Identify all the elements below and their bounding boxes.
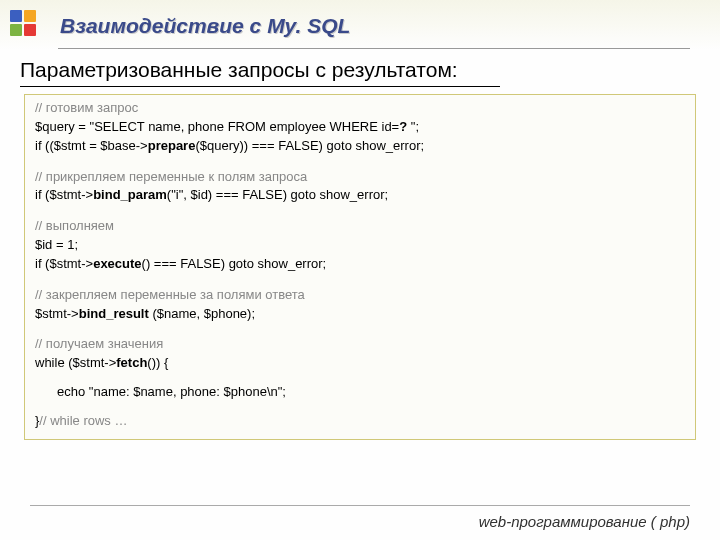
code-line: if ($stmt->execute() === FALSE) goto sho… — [35, 255, 685, 274]
code-section-bind-result: // закрепляем переменные за полями ответ… — [35, 286, 685, 324]
svg-rect-2 — [10, 24, 22, 36]
code-line: echo "name: $name, phone: $phone\n"; — [35, 383, 685, 402]
code-section-fetch: // получаем значения while ($stmt->fetch… — [35, 335, 685, 430]
footer-divider — [30, 505, 690, 506]
code-line: if (($stmt = $base->prepare($query)) ===… — [35, 137, 685, 156]
code-comment: // получаем значения — [35, 336, 163, 351]
code-line: if ($stmt->bind_param("i", $id) === FALS… — [35, 186, 685, 205]
logo-icon — [8, 6, 50, 42]
code-line: $id = 1; — [35, 236, 685, 255]
code-comment: // while rows … — [39, 413, 127, 428]
code-section-prepare: // готовим запрос $query = "SELECT name,… — [35, 99, 685, 156]
footer-text: web-программирование ( php) — [479, 513, 690, 530]
svg-rect-3 — [24, 24, 36, 36]
code-line: }// while rows … — [35, 412, 685, 431]
code-section-bind-param: // прикрепляем переменные к полям запрос… — [35, 168, 685, 206]
code-line: while ($stmt->fetch()) { — [35, 354, 685, 373]
title-divider — [58, 48, 690, 49]
code-block: // готовим запрос $query = "SELECT name,… — [24, 94, 696, 440]
svg-rect-1 — [24, 10, 36, 22]
code-comment: // выполняем — [35, 218, 114, 233]
code-comment: // готовим запрос — [35, 100, 138, 115]
code-line: $stmt->bind_result ($name, $phone); — [35, 305, 685, 324]
code-section-execute: // выполняем $id = 1; if ($stmt->execute… — [35, 217, 685, 274]
subtitle-underline — [20, 86, 500, 87]
svg-rect-0 — [10, 10, 22, 22]
subtitle: Параметризованные запросы с результатом: — [20, 58, 458, 82]
code-comment: // прикрепляем переменные к полям запрос… — [35, 169, 307, 184]
code-comment: // закрепляем переменные за полями ответ… — [35, 287, 305, 302]
page-title: Взаимодействие с My. SQL — [60, 14, 350, 38]
code-line: $query = "SELECT name, phone FROM employ… — [35, 118, 685, 137]
